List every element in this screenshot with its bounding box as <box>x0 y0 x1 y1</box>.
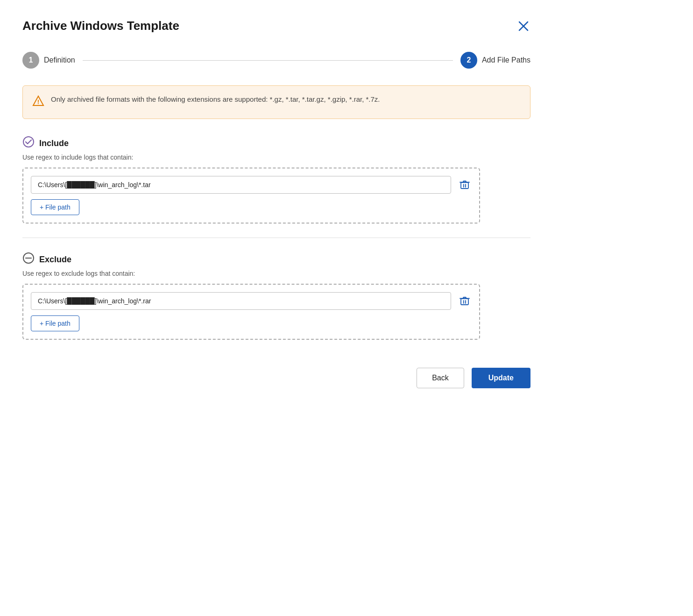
delete-icon <box>460 180 470 190</box>
include-section-header: Include <box>22 136 530 151</box>
svg-rect-4 <box>461 182 468 189</box>
section-divider <box>22 238 530 238</box>
exclude-icon <box>22 252 35 267</box>
step-2-number: 2 <box>467 56 471 64</box>
include-icon <box>22 136 35 151</box>
update-button[interactable]: Update <box>472 368 530 388</box>
svg-point-3 <box>23 137 34 147</box>
exclude-add-file-path-button[interactable]: + File path <box>31 315 79 331</box>
delete-icon <box>460 296 470 306</box>
include-title: Include <box>39 139 69 148</box>
exclude-subtitle: Use regex to exclude logs that contain: <box>22 270 530 277</box>
step-2-circle: 2 <box>460 52 477 69</box>
stepper: 1 Definition 2 Add File Paths <box>22 52 530 69</box>
step-divider-line <box>83 60 453 61</box>
exclude-file-path-input[interactable] <box>31 292 451 310</box>
modal-title: Archive Windows Template <box>22 19 179 33</box>
exclude-section: Exclude Use regex to exclude logs that c… <box>22 252 530 340</box>
step-2: 2 Add File Paths <box>460 52 530 69</box>
include-dashed-box: + File path <box>22 168 480 224</box>
warning-text: Only archived file formats with the foll… <box>51 94 380 105</box>
include-add-file-path-button[interactable]: + File path <box>31 199 79 215</box>
close-button[interactable] <box>516 19 530 33</box>
step-2-label: Add File Paths <box>482 56 530 64</box>
include-file-path-input[interactable] <box>31 176 451 194</box>
include-subtitle: Use regex to include logs that contain: <box>22 154 530 161</box>
back-button[interactable]: Back <box>417 368 464 388</box>
step-1-number: 1 <box>29 56 33 64</box>
exclude-section-header: Exclude <box>22 252 530 267</box>
include-delete-button[interactable] <box>458 178 472 192</box>
include-add-file-path-label: + File path <box>40 203 71 211</box>
modal-header: Archive Windows Template <box>22 19 530 33</box>
step-1-label: Definition <box>44 56 75 64</box>
svg-text:!: ! <box>37 98 39 105</box>
include-file-path-row <box>31 176 472 194</box>
exclude-title: Exclude <box>39 255 71 265</box>
exclude-dashed-box: + File path <box>22 284 480 340</box>
exclude-add-file-path-label: + File path <box>40 320 71 327</box>
exclude-delete-button[interactable] <box>458 294 472 308</box>
back-button-label: Back <box>432 374 449 382</box>
warning-icon: ! <box>32 95 44 110</box>
update-button-label: Update <box>488 374 514 382</box>
exclude-file-path-row <box>31 292 472 310</box>
modal-footer: Back Update <box>22 368 530 388</box>
include-section: Include Use regex to include logs that c… <box>22 136 530 224</box>
step-1: 1 Definition <box>22 52 75 69</box>
svg-rect-10 <box>461 299 468 305</box>
modal-container: Archive Windows Template 1 Definition 2 … <box>0 0 553 476</box>
step-1-circle: 1 <box>22 52 39 69</box>
warning-banner: ! Only archived file formats with the fo… <box>22 85 530 119</box>
close-icon <box>518 21 529 31</box>
